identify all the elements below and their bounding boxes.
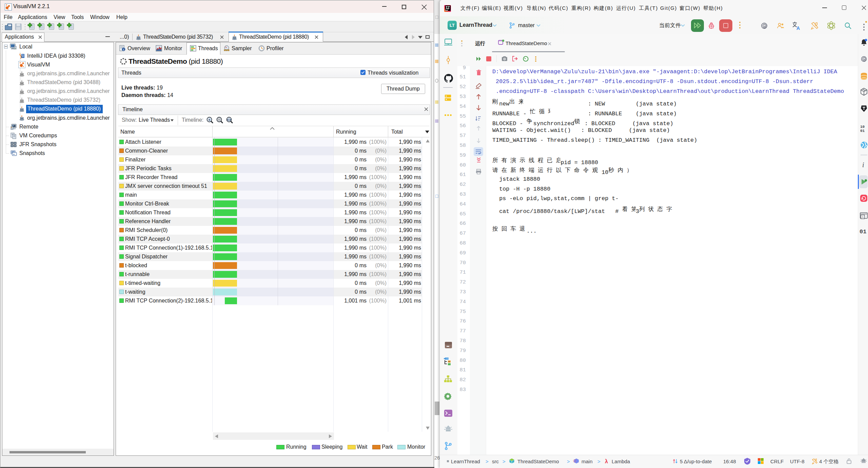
svg-text:B: B: [22, 55, 24, 58]
svg-text:−: −: [218, 118, 220, 122]
svg-text:+: +: [208, 118, 210, 122]
svg-text:A: A: [862, 215, 864, 219]
svg-text:A: A: [796, 25, 800, 30]
svg-text:<>: <>: [227, 118, 231, 122]
